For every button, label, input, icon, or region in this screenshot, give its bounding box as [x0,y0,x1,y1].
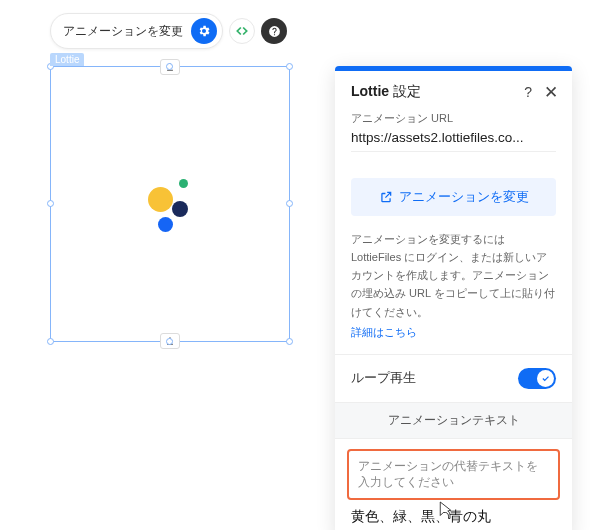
change-animation-button[interactable]: アニメーションを変更 [351,178,556,216]
alt-text-value: 黄色、緑、黒、青の丸 [335,508,572,530]
change-animation-button-label: アニメーションを変更 [399,188,529,206]
resize-handle[interactable] [47,338,54,345]
resize-handle[interactable] [286,63,293,70]
learn-more-link[interactable]: 詳細はこちら [335,325,572,354]
change-help-text: アニメーションを変更するには LottieFiles にログイン、または新しいア… [335,230,572,325]
panel-title: Lottie 設定 [351,83,421,101]
loop-row: ループ再生 [335,355,572,402]
close-icon[interactable]: ✕ [544,84,558,101]
resize-handle[interactable] [286,200,293,207]
navy-circle [172,201,188,217]
pointer-cursor-icon [435,500,453,526]
yellow-circle [148,187,173,212]
lottie-settings-panel: Lottie 設定 ? ✕ アニメーション URL https://assets… [335,66,572,530]
panel-help-icon[interactable]: ? [524,84,532,100]
blue-circle [158,217,173,232]
toolbar-pill: アニメーションを変更 [50,13,223,49]
resize-handle[interactable] [286,338,293,345]
loop-toggle[interactable] [518,368,556,389]
alt-text-input[interactable]: アニメーションの代替テキストを入力してください [347,449,560,500]
resize-handle[interactable] [166,338,173,345]
toggle-knob [537,370,554,387]
help-icon[interactable] [261,18,287,44]
element-type-tag: Lottie [50,53,84,66]
resize-handle[interactable] [47,200,54,207]
green-circle [179,179,188,188]
animation-text-header: アニメーションテキスト [335,402,572,439]
gear-icon[interactable] [191,18,217,44]
selected-lottie-element[interactable] [50,66,290,342]
panel-header: Lottie 設定 ? ✕ [335,71,572,111]
lottie-animation-preview [143,177,199,233]
external-link-icon [379,190,393,204]
url-field-value[interactable]: https://assets2.lottiefiles.co... [351,130,556,152]
code-icon[interactable] [229,18,255,44]
canvas[interactable]: Lottie [50,53,290,343]
url-section: アニメーション URL https://assets2.lottiefiles.… [335,111,572,166]
change-animation-label[interactable]: アニメーションを変更 [63,23,183,40]
loop-label: ループ再生 [351,370,416,387]
floating-toolbar: アニメーションを変更 [50,13,287,49]
url-field-label: アニメーション URL [351,111,556,126]
resize-handle[interactable] [166,63,173,70]
